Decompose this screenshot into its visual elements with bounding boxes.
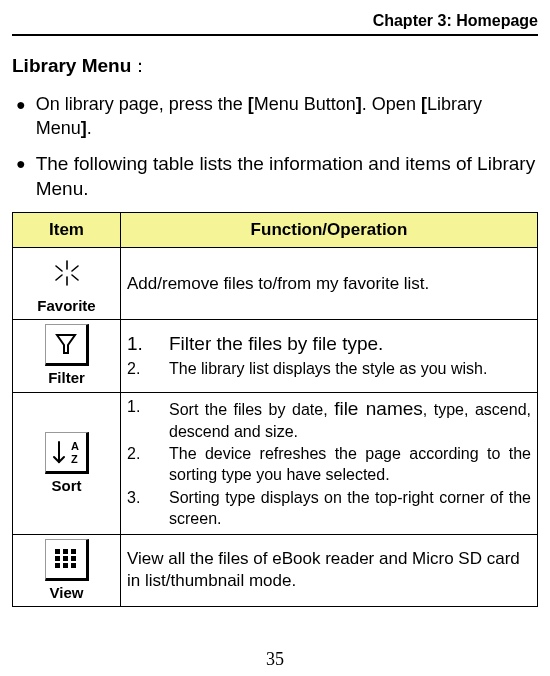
item-label: View	[19, 583, 114, 603]
grid-icon	[45, 539, 89, 581]
op-text: The library list displays the style as y…	[169, 359, 531, 380]
bullet-item: ● On library page, press the [Menu Butto…	[16, 92, 538, 141]
sparkle-icon	[45, 252, 89, 294]
op-text: The device refreshes the page according …	[169, 444, 531, 486]
table-row: A Z Sort 1. Sort the files by date, file…	[13, 392, 538, 534]
section-title: Library Menu：	[12, 54, 538, 78]
op-num: 2.	[127, 359, 169, 380]
t: Menu Button	[254, 94, 356, 114]
op-text: Sorting type displays on the top-right c…	[169, 488, 531, 530]
chapter-header: Chapter 3: Homepage	[12, 12, 538, 36]
op-num: 1.	[127, 397, 169, 418]
sort-az-icon: A Z	[45, 432, 89, 474]
table-row: View View all the files of eBook reader …	[13, 534, 538, 607]
bullet-list: ● On library page, press the [Menu Butto…	[12, 92, 538, 202]
bullet-text: The following table lists the informatio…	[36, 151, 538, 202]
t: Sort the files by date,	[169, 401, 334, 418]
bullet-dot: ●	[16, 94, 26, 116]
svg-rect-14	[71, 556, 76, 561]
t: . Open	[362, 94, 421, 114]
op-text: Filter the files by file type.	[169, 332, 531, 357]
bullet-dot: ●	[16, 153, 26, 175]
svg-rect-9	[55, 549, 60, 554]
op-text: Add/remove files to/from my favorite lis…	[127, 274, 429, 293]
t: .	[87, 118, 92, 138]
op-cell-favorite: Add/remove files to/from my favorite lis…	[121, 247, 538, 320]
op-num: 3.	[127, 488, 169, 509]
op-num: 2.	[127, 444, 169, 465]
svg-line-2	[56, 266, 62, 271]
chapter-title: Chapter 3: Homepage	[373, 12, 538, 29]
svg-rect-11	[71, 549, 76, 554]
svg-rect-10	[63, 549, 68, 554]
op-text: Sort the files by date, file names, type…	[169, 397, 531, 442]
item-label: Favorite	[19, 296, 114, 316]
bullet-item: ● The following table lists the informat…	[16, 151, 538, 202]
item-cell-sort: A Z Sort	[13, 392, 121, 534]
svg-rect-13	[63, 556, 68, 561]
svg-rect-16	[63, 563, 68, 568]
page-number: 35	[0, 649, 550, 670]
table-row: Filter 1. Filter the files by file type.…	[13, 320, 538, 393]
section-title-colon: ：	[131, 56, 149, 76]
svg-text:Z: Z	[71, 453, 78, 465]
filter-icon	[45, 324, 89, 366]
item-cell-favorite: Favorite	[13, 247, 121, 320]
op-num: 1.	[127, 332, 169, 357]
op-text: View all the files of eBook reader and M…	[127, 549, 520, 590]
function-table: Item Function/Operation Favorite	[12, 212, 538, 607]
svg-line-4	[72, 266, 78, 271]
t: file names	[334, 398, 423, 419]
item-cell-view: View	[13, 534, 121, 607]
svg-text:A: A	[71, 440, 79, 452]
svg-line-5	[56, 275, 62, 280]
op-cell-view: View all the files of eBook reader and M…	[121, 534, 538, 607]
item-cell-filter: Filter	[13, 320, 121, 393]
header-function: Function/Operation	[121, 212, 538, 247]
bullet-text: On library page, press the [Menu Button]…	[36, 92, 538, 141]
svg-line-3	[72, 275, 78, 280]
table-row: Favorite Add/remove files to/from my fav…	[13, 247, 538, 320]
svg-rect-15	[55, 563, 60, 568]
op-cell-sort: 1. Sort the files by date, file names, t…	[121, 392, 538, 534]
svg-rect-17	[71, 563, 76, 568]
item-label: Sort	[19, 476, 114, 496]
op-cell-filter: 1. Filter the files by file type. 2. The…	[121, 320, 538, 393]
header-item: Item	[13, 212, 121, 247]
item-label: Filter	[19, 368, 114, 388]
svg-rect-12	[55, 556, 60, 561]
section-title-text: Library Menu	[12, 55, 131, 76]
t: On library page, press the	[36, 94, 248, 114]
